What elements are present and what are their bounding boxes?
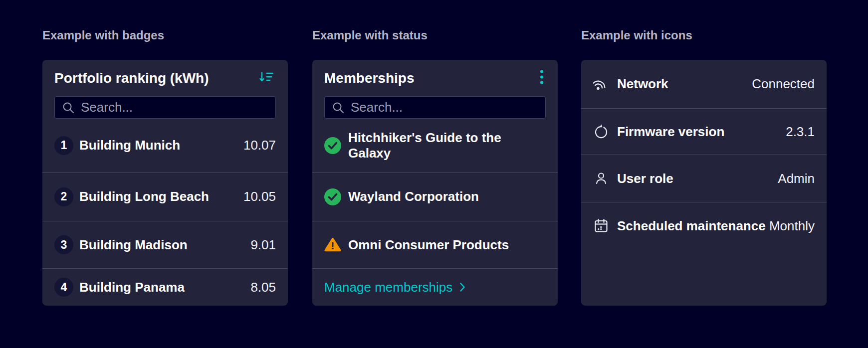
maintenance-calendar-icon xyxy=(593,218,609,234)
search-icon xyxy=(332,101,345,114)
info-value: 2.3.1 xyxy=(786,124,815,140)
ranking-label: Building Long Beach xyxy=(79,189,243,204)
membership-row: Hitchhiker's Guide to the Galaxy xyxy=(312,119,558,172)
search-row xyxy=(42,96,288,119)
canvas: Example with badges Portfolio ranking (k… xyxy=(0,0,868,348)
ranking-row: 2 Building Long Beach 10.05 xyxy=(42,172,288,221)
device-info-card: Network Connected Firmware version 2.3.1 xyxy=(581,60,827,306)
membership-label: Hitchhiker's Guide to the Galaxy xyxy=(348,130,546,161)
portfolio-ranking-card: Portfolio ranking (kWh) xyxy=(42,60,288,306)
info-row: User role Admin xyxy=(581,155,827,202)
search-icon xyxy=(62,101,75,114)
sort-descending-button[interactable] xyxy=(257,69,276,87)
info-row: Network Connected xyxy=(581,60,827,108)
section-title-status: Example with status xyxy=(312,28,558,43)
user-role-icon xyxy=(593,171,609,186)
success-check-icon xyxy=(324,137,341,154)
search-input[interactable] xyxy=(351,100,538,115)
card-header: Portfolio ranking (kWh) xyxy=(42,60,288,96)
search-input[interactable] xyxy=(81,100,268,115)
search-row xyxy=(312,96,558,119)
ranking-list: 1 Building Munich 10.07 2 Building Long … xyxy=(42,119,288,306)
rank-badge: 1 xyxy=(54,136,73,155)
membership-label: Omni Consumer Products xyxy=(348,237,546,253)
kebab-menu-button[interactable] xyxy=(538,67,546,89)
memberships-list: Hitchhiker's Guide to the Galaxy Wayland… xyxy=(312,119,558,268)
info-label: User role xyxy=(617,171,778,186)
membership-row: Wayland Corporation xyxy=(312,172,558,221)
info-value: Monthly xyxy=(769,218,815,234)
section-icons: Example with icons Network Connected xyxy=(581,28,827,306)
search-box[interactable] xyxy=(54,96,276,119)
info-value: Admin xyxy=(778,171,815,186)
card-empty-area xyxy=(581,249,827,306)
info-label: Firmware version xyxy=(617,124,786,140)
info-value: Connected xyxy=(752,76,815,92)
card-header: Memberships xyxy=(312,60,558,96)
membership-label: Wayland Corporation xyxy=(348,189,546,204)
success-check-icon xyxy=(324,188,341,205)
rank-badge: 3 xyxy=(54,235,73,254)
manage-memberships-link[interactable]: Manage memberships xyxy=(324,280,465,295)
ranking-label: Building Munich xyxy=(79,138,243,153)
ranking-value: 10.07 xyxy=(243,138,276,153)
section-title-badges: Example with badges xyxy=(42,28,288,43)
device-info-list: Network Connected Firmware version 2.3.1 xyxy=(581,60,827,306)
firmware-reset-icon xyxy=(593,124,609,140)
warning-triangle-icon xyxy=(324,236,341,253)
ranking-row: 1 Building Munich 10.07 xyxy=(42,119,288,172)
ranking-value: 10.05 xyxy=(243,189,276,204)
info-row: Firmware version 2.3.1 xyxy=(581,108,827,155)
sort-descending-icon xyxy=(259,71,274,85)
memberships-card: Memberships xyxy=(312,60,558,306)
info-label: Scheduled maintenance xyxy=(617,218,769,234)
chevron-right-icon xyxy=(459,282,465,292)
card-footer: Manage memberships xyxy=(312,268,558,306)
ranking-row: 4 Building Panama 8.05 xyxy=(42,268,288,306)
ranking-value: 8.05 xyxy=(250,280,276,295)
ranking-label: Building Panama xyxy=(79,280,250,295)
card-title: Portfolio ranking (kWh) xyxy=(54,70,209,86)
search-box[interactable] xyxy=(324,96,546,119)
rank-badge: 4 xyxy=(54,278,73,297)
section-badges: Example with badges Portfolio ranking (k… xyxy=(42,28,288,306)
ranking-label: Building Madison xyxy=(79,237,250,253)
kebab-menu-icon xyxy=(540,69,544,87)
ranking-row: 3 Building Madison 9.01 xyxy=(42,221,288,268)
ranking-value: 9.01 xyxy=(250,237,276,253)
info-label: Network xyxy=(617,76,752,92)
manage-memberships-label: Manage memberships xyxy=(324,280,452,295)
section-status: Example with status Memberships xyxy=(312,28,558,306)
rank-badge: 2 xyxy=(54,187,73,206)
card-title: Memberships xyxy=(324,70,415,86)
network-signal-icon xyxy=(593,76,609,92)
membership-row: Omni Consumer Products xyxy=(312,221,558,268)
info-row: Scheduled maintenance Monthly xyxy=(581,202,827,249)
section-title-icons: Example with icons xyxy=(581,28,827,43)
